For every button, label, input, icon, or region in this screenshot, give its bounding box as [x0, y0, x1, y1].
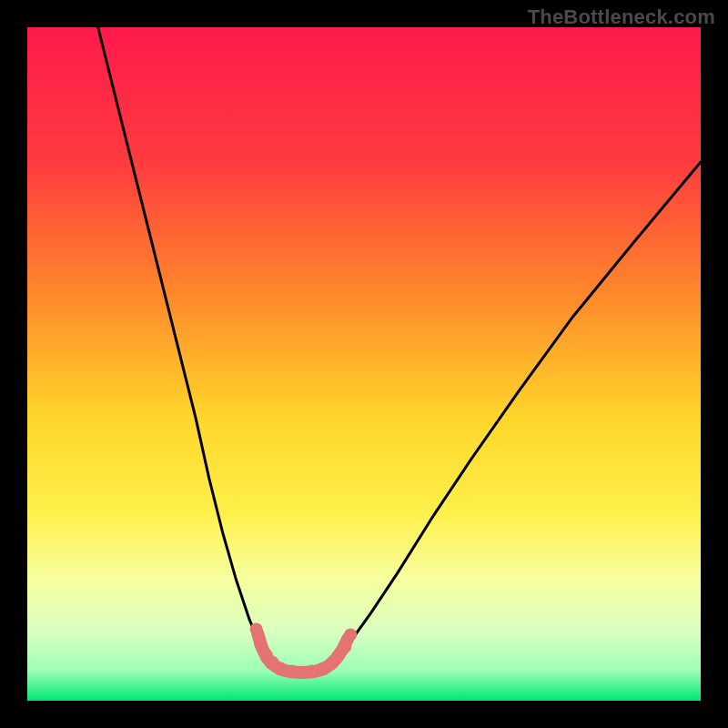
curve-layer: [27, 27, 701, 701]
series-point-valley-highlight-dots: [306, 664, 318, 677]
series-point-valley-highlight-dots: [339, 641, 351, 653]
series-point-valley-highlight-dots: [295, 666, 308, 679]
watermark-text: TheBottleneck.com: [528, 5, 715, 29]
plot-area: [27, 27, 701, 701]
series-line-right-branch: [331, 162, 701, 663]
series-line-left-branch: [98, 27, 272, 663]
series-point-valley-highlight-dots: [274, 662, 287, 674]
series-point-valley-highlight-dots: [250, 623, 263, 636]
series-point-valley-highlight-dots: [344, 628, 357, 641]
chart-frame: TheBottleneck.com: [0, 0, 728, 728]
series-point-valley-highlight-dots: [254, 637, 267, 650]
